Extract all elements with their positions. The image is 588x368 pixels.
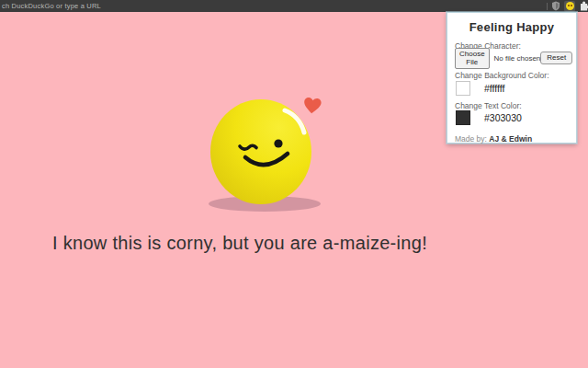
- file-chosen-status: No file chosen: [494, 54, 541, 63]
- shield-icon[interactable]: [551, 1, 560, 11]
- background-hex-value: #ffffff: [484, 83, 504, 94]
- toolbar-divider: [547, 3, 548, 10]
- extensions-icon[interactable]: [579, 1, 588, 12]
- url-input[interactable]: ch DuckDuckGo or type a URL: [0, 2, 101, 10]
- browser-address-bar[interactable]: ch DuckDuckGo or type a URL: [0, 0, 588, 12]
- compliment-message: I know this is corny, but you are a-maiz…: [0, 233, 480, 254]
- feeling-happy-popup: Feeling Happy Change Character: Choose F…: [447, 12, 577, 144]
- text-hex-value: #303030: [484, 112, 522, 123]
- feeling-happy-extension-icon[interactable]: [564, 1, 575, 12]
- credit-names: AJ & Edwin: [489, 134, 532, 144]
- text-color-picker[interactable]: [456, 110, 470, 125]
- file-input-row: Choose File No file chosen Reset: [455, 52, 570, 64]
- reset-button[interactable]: Reset: [540, 52, 572, 64]
- background-color-picker[interactable]: [456, 81, 470, 96]
- credit-line: Made by: AJ & Edwin: [455, 134, 532, 144]
- winking-emoji-icon: [209, 98, 315, 207]
- smiley-icon: [566, 2, 574, 10]
- change-background-color-label: Change Background Color:: [455, 71, 549, 80]
- text-color-row: #303030: [456, 110, 522, 125]
- background-color-row: #ffffff: [456, 81, 504, 96]
- browser-toolbar-icons: [547, 0, 588, 12]
- browser-window: ch DuckDuckGo or type a URL: [0, 0, 588, 368]
- heart-icon: [300, 94, 324, 118]
- open-eye: [274, 139, 282, 147]
- credit-prefix: Made by:: [455, 134, 487, 144]
- popup-title: Feeling Happy: [447, 20, 576, 34]
- choose-file-button[interactable]: Choose File: [455, 48, 490, 69]
- change-text-color-label: Change Text Color:: [455, 101, 522, 110]
